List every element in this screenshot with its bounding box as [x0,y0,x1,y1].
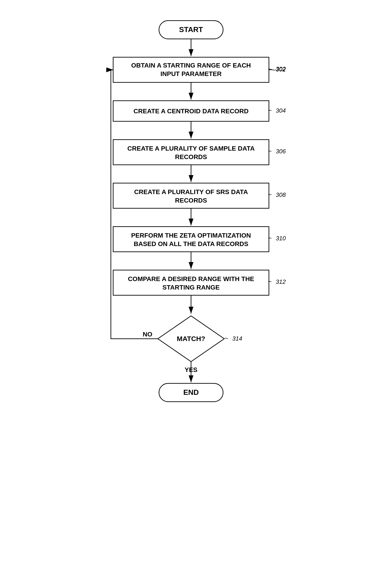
step312-line1: COMPARE A DESIRED RANGE WITH THE [128,275,254,283]
step304-label: CREATE A CENTROID DATA RECORD [133,108,248,115]
ref304-text: 304 [276,107,286,114]
step306-line1: CREATE A PLURALITY OF SAMPLE DATA [127,145,255,152]
svg-text:~: ~ [268,235,272,242]
step312-line2: STARTING RANGE [162,284,220,291]
ref314-text: 314 [232,335,242,342]
flowchart-svg: START OBTAIN A STARTING RANGE OF EACH IN… [93,14,299,575]
ref302-text: 302 [276,66,286,73]
flowchart: START OBTAIN A STARTING RANGE OF EACH IN… [93,14,299,575]
svg-text:~: ~ [268,148,272,155]
svg-text:~: ~ [268,66,272,73]
no-label: NO [143,331,152,338]
step310-line1: PERFORM THE ZETA OPTIMATIZATION [131,232,251,239]
step302-line1: OBTAIN A STARTING RANGE OF EACH [131,62,251,69]
svg-rect-18 [113,270,269,295]
svg-rect-12 [113,183,269,208]
step308-line1: CREATE A PLURALITY OF SRS DATA [134,188,248,196]
svg-rect-3 [113,57,269,82]
svg-text:~: ~ [224,335,228,342]
svg-rect-9 [113,140,269,165]
svg-text:~: ~ [268,107,272,114]
ref308-text: 308 [276,191,286,198]
step308-line2: RECORDS [175,197,207,204]
svg-text:~: ~ [268,191,272,198]
step302-line2: INPUT PARAMETER [160,70,221,77]
svg-rect-15 [113,226,269,252]
ref306-text: 306 [276,148,286,155]
step306-line2: RECORDS [175,153,207,160]
ref310-text: 310 [276,235,286,242]
end-label: END [183,388,199,396]
ref312-text: 312 [276,278,286,285]
step310-line2: BASED ON ALL THE DATA RECORDS [134,240,248,247]
start-label: START [179,25,203,34]
match-label: MATCH? [177,335,205,342]
svg-text:~: ~ [268,278,272,285]
